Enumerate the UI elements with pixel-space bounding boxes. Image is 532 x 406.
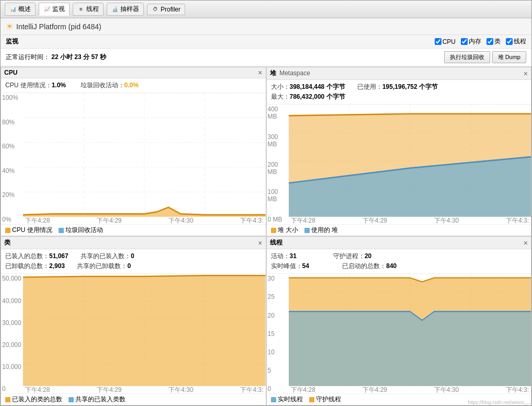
class-close-button[interactable]: × [258, 239, 262, 247]
cb-memory[interactable]: 内存 [461, 37, 481, 46]
thread-dot-orange [309, 397, 314, 402]
thread-total-label: 已启动的总数： [342, 262, 386, 270]
profiler-icon: ⏱ [152, 6, 159, 13]
overview-icon: 📊 [9, 6, 17, 13]
class-unloaded-label: 已卸载的总数： [5, 262, 49, 270]
cpu-chart-canvas [23, 93, 266, 217]
thread-legend-orange: 守护线程 [309, 395, 341, 404]
heap-panel-title: 堆 Metaspace [270, 69, 310, 78]
thread-total-value: 840 [386, 262, 397, 270]
class-y-axis: 50,000 40,000 30,000 20,000 10,000 0 [1, 274, 23, 393]
heap-legend: 堆 大小 使用的 堆 [267, 224, 531, 236]
cpu-stats: CPU 使用情况：1.0% 垃圾回收活动：0.0% [1, 78, 266, 93]
class-panel-header: 类 × [1, 237, 266, 249]
heap-legend-label-orange: 堆 大小 [278, 226, 298, 235]
thread-x-axis: 下午4:28 下午4:29 下午4:30 下午4:3: [289, 386, 531, 393]
threads-icon: ≡ [77, 6, 85, 13]
tab-overview[interactable]: 📊 概述 [5, 3, 36, 16]
uptime-label: 正常运行时间： [6, 53, 50, 61]
cpu-y-axis: 100% 80% 60% 40% 20% 0% [1, 93, 23, 224]
tab-profiler[interactable]: ⏱ Profiler [147, 4, 185, 15]
heap-subtitle: Metaspace [279, 69, 310, 77]
class-chart-canvas [23, 274, 266, 386]
sampler-icon: 🔬 [111, 6, 119, 13]
app-header: ☀ IntelliJ Platform (pid 6484) [1, 18, 531, 35]
cb-memory-input[interactable] [461, 38, 468, 45]
cb-thread[interactable]: 线程 [506, 37, 526, 46]
heap-max-label: 最大： [271, 93, 290, 100]
section-title: 监视 [6, 37, 18, 46]
tab-monitor[interactable]: 📈 监视 [39, 3, 70, 16]
thread-chart-canvas [289, 274, 531, 386]
heap-legend-orange: 堆 大小 [271, 226, 298, 235]
cb-thread-input[interactable] [506, 38, 513, 45]
class-legend-label-orange: 已装入的类的总数 [12, 395, 62, 404]
class-shared-loaded-label: 共享的已装入数： [81, 252, 131, 260]
heap-size-label: 大小： [271, 83, 290, 90]
action-buttons: 执行垃圾回收 堆 Dump [444, 51, 526, 63]
cpu-panel-header: CPU × [1, 67, 266, 78]
thread-dot-blue [271, 397, 276, 402]
thread-panel-header: 线程 × [267, 237, 531, 249]
cpu-x-axis: 下午4:28 下午4:29 下午4:30 下午4:3: [23, 217, 266, 224]
class-shared-loaded-value: 0 [131, 252, 134, 260]
thread-peak-label: 实时峰值： [271, 262, 302, 270]
thread-stats: 活动：31 守护进程：20 实时峰值：54 已启动的总数：840 [267, 249, 531, 274]
cpu-legend-label-orange: CPU 使用情况 [12, 226, 52, 235]
main-window: 📊 概述 📈 监视 ≡ 线程 🔬 抽样器 ⏱ Profiler ☀ Intell… [0, 0, 532, 406]
cpu-legend-blue: 垃圾回收活动 [59, 226, 103, 235]
svg-marker-43 [289, 311, 531, 386]
heap-dot-blue [304, 228, 310, 233]
class-legend-label-blue: 共享的已装入类数 [75, 395, 126, 404]
class-legend-orange: 已装入的类的总数 [5, 395, 62, 404]
class-panel-title: 类 [4, 238, 10, 247]
cb-cpu[interactable]: CPU [435, 38, 456, 45]
gc-activity-label: 垃圾回收活动： [81, 82, 124, 89]
thread-active-value: 31 [290, 252, 297, 260]
class-dot-orange [5, 397, 10, 402]
cb-class-input[interactable] [486, 38, 493, 45]
cpu-legend: CPU 使用情况 垃圾回收活动 [1, 224, 266, 236]
tab-sampler[interactable]: 🔬 抽样器 [107, 3, 144, 16]
heap-dump-button[interactable]: 堆 Dump [492, 51, 526, 63]
thread-active-label: 活动： [271, 252, 290, 260]
heap-used-label: 已使用： [357, 83, 382, 90]
cb-cpu-input[interactable] [435, 38, 442, 45]
thread-legend-blue: 实时线程 [271, 395, 303, 404]
gc-activity-value: 0.0% [124, 82, 139, 89]
heap-chart-canvas [289, 105, 531, 217]
thread-daemon-value: 20 [365, 252, 371, 260]
watermark: https://blog.csdn.net/weixin_... [468, 400, 531, 405]
class-legend-blue: 共享的已装入类数 [69, 395, 126, 404]
cpu-close-button[interactable]: × [258, 69, 262, 76]
heap-close-button[interactable]: × [524, 70, 528, 77]
heap-size-value: 398,184,448 个字节 [290, 83, 345, 90]
thread-panel: 线程 × 活动：31 守护进程：20 实时峰值：54 已启 [266, 236, 532, 405]
gc-button[interactable]: 执行垃圾回收 [444, 51, 490, 63]
heap-stats: 大小：398,184,448 个字节 已使用：195,196,752 个字节 最… [267, 80, 531, 105]
uptime-value: 22 小时 23 分 57 秒 [51, 53, 106, 61]
thread-chart-body: 30 25 20 15 10 5 0 [267, 274, 531, 393]
cb-class[interactable]: 类 [486, 37, 501, 46]
thread-peak-value: 54 [302, 262, 309, 270]
cpu-legend-orange: CPU 使用情况 [5, 226, 52, 235]
heap-panel-header: 堆 Metaspace × [267, 67, 531, 80]
thread-y-axis: 30 25 20 15 10 5 0 [267, 274, 289, 393]
cpu-panel-title: CPU [4, 69, 17, 76]
svg-marker-30 [23, 276, 266, 386]
class-legend: 已装入的类的总数 共享的已装入类数 [1, 393, 266, 405]
uptime-display: 正常运行时间： 22 小时 23 分 57 秒 [6, 53, 106, 62]
tab-threads[interactable]: ≡ 线程 [73, 3, 104, 16]
heap-y-axis: 400 MB 300 MB 200 MB 100 MB 0 MB [267, 105, 289, 224]
thread-daemon-label: 守护进程： [333, 252, 365, 260]
heap-x-axis: 下午4:28 下午4:29 下午4:30 下午4:3: [289, 217, 531, 224]
class-chart-body: 50,000 40,000 30,000 20,000 10,000 0 [1, 274, 266, 393]
class-shared-unloaded-label: 共享的已卸载数： [77, 262, 127, 270]
cpu-panel: CPU × CPU 使用情况：1.0% 垃圾回收活动：0.0% 100% 80%… [1, 67, 266, 236]
thread-close-button[interactable]: × [524, 239, 528, 247]
class-stats: 已装入的总数：51,067 共享的已装入数：0 已卸载的总数：2,903 共享的… [1, 249, 266, 274]
class-unloaded-value: 2,903 [49, 262, 65, 270]
cpu-usage-value: 1.0% [52, 82, 66, 89]
app-icon: ☀ [6, 21, 13, 31]
heap-chart-body: 400 MB 300 MB 200 MB 100 MB 0 MB [267, 105, 531, 224]
